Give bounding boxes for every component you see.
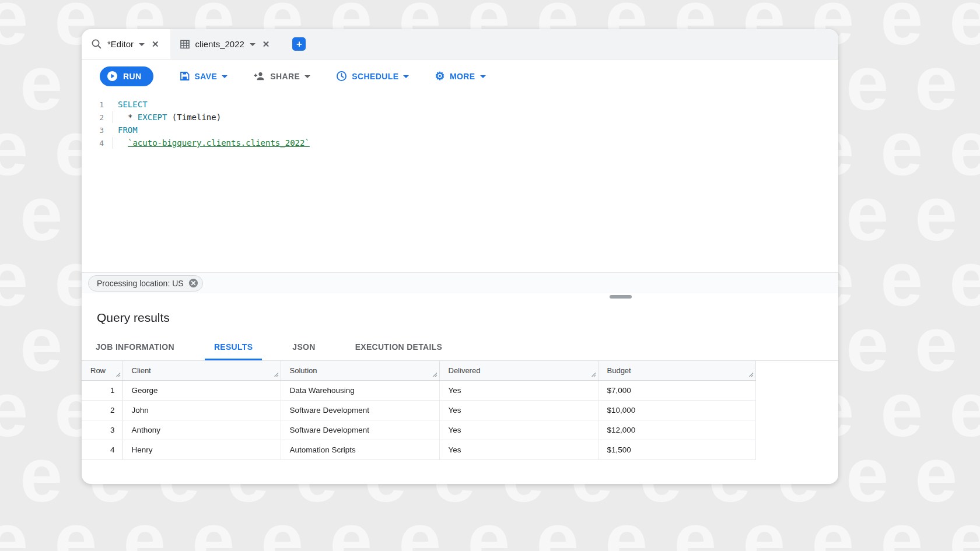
client-cell: John	[123, 400, 281, 420]
add-tab-button[interactable]: +	[292, 37, 306, 51]
sql-keyword: SELECT	[118, 100, 148, 109]
line-number: 3	[82, 126, 118, 135]
solution-cell: Data Warehousing	[281, 380, 439, 400]
column-resize-grip[interactable]	[272, 370, 279, 379]
save-button-label: SAVE	[195, 72, 218, 81]
chevron-down-icon	[222, 75, 228, 78]
results-tab-bar: JOB INFORMATION RESULTS JSON EXECUTION D…	[82, 339, 838, 361]
budget-cell: $1,500	[598, 440, 755, 459]
panel-drag-handle[interactable]	[610, 295, 632, 299]
budget-cell: $10,000	[598, 400, 755, 420]
watermark-letter: e	[0, 496, 28, 551]
row-number-cell: 2	[82, 400, 123, 420]
share-button[interactable]: SHARE	[253, 71, 310, 82]
client-cell: George	[123, 380, 281, 400]
code-line: 1 SELECT	[82, 98, 838, 111]
watermark-letter: e	[398, 496, 441, 551]
watermark-letter: e	[949, 496, 980, 551]
column-resize-grip[interactable]	[747, 370, 754, 379]
results-table: Row Client Solution Delivered Budget 1 G…	[82, 361, 756, 460]
sql-keyword: FROM	[118, 125, 138, 135]
column-resize-grip[interactable]	[431, 370, 438, 379]
bigquery-editor-window: *Editor ✕ clients_2022 ✕ + RUN SAVE	[82, 29, 838, 484]
table-header-row: Row Client Solution Delivered Budget	[82, 361, 755, 380]
code-line: 3 FROM	[82, 124, 838, 136]
code-line: 4 `acuto-bigquery.clients.clients_2022`	[82, 136, 838, 149]
close-circle-icon[interactable]	[188, 278, 198, 288]
row-number-cell: 4	[82, 440, 123, 459]
tab-execution-details[interactable]: EXECUTION DETAILS	[346, 339, 452, 360]
delivered-cell: Yes	[439, 380, 598, 400]
watermark-letter: e	[536, 496, 579, 551]
delivered-cell: Yes	[439, 400, 598, 420]
client-cell: Henry	[123, 440, 281, 459]
watermark-letter: e	[743, 496, 785, 551]
run-button[interactable]: RUN	[100, 66, 153, 86]
watermark-letter: e	[811, 496, 854, 551]
column-header-delivered: Delivered	[439, 361, 598, 380]
query-results-title: Query results	[82, 301, 838, 339]
column-header-budget: Budget	[598, 361, 755, 380]
watermark-letter: e	[192, 496, 235, 551]
column-resize-grip[interactable]	[114, 370, 121, 379]
play-circle-icon	[107, 71, 118, 82]
tab-json[interactable]: JSON	[283, 339, 324, 360]
chevron-down-icon[interactable]	[250, 43, 256, 46]
clock-icon	[336, 71, 347, 82]
watermark-letter: e	[674, 496, 716, 551]
chevron-down-icon	[403, 75, 409, 78]
query-results-panel: Query results JOB INFORMATION RESULTS JS…	[82, 301, 838, 460]
watermark-letter: e	[330, 496, 372, 551]
table-row[interactable]: 4 Henry Automation Scripts Yes $1,500	[82, 440, 755, 459]
chevron-down-icon	[480, 75, 486, 78]
table-row[interactable]: 3 Anthony Software Development Yes $12,0…	[82, 420, 755, 440]
save-button[interactable]: SAVE	[179, 71, 228, 82]
close-icon[interactable]: ✕	[150, 38, 161, 51]
line-number: 1	[82, 100, 118, 109]
row-number-cell: 3	[82, 420, 123, 440]
column-resize-grip[interactable]	[590, 370, 596, 379]
sql-text: *	[128, 113, 138, 122]
query-toolbar: RUN SAVE SHARE SCHEDULE ⚙ MORE	[82, 59, 838, 93]
chevron-down-icon[interactable]	[139, 43, 145, 46]
more-button[interactable]: ⚙ MORE	[435, 71, 485, 82]
sql-table-reference[interactable]: `acuto-bigquery.clients.clients_2022`	[128, 138, 310, 148]
sql-keyword: EXCEPT	[138, 113, 167, 122]
table-row[interactable]: 2 John Software Development Yes $10,000	[82, 400, 755, 420]
watermark-letter: e	[605, 496, 648, 551]
watermark-letter: e	[123, 496, 166, 551]
tab-editor-label: *Editor	[107, 39, 134, 49]
table-grid-icon	[180, 39, 190, 50]
status-bar: Processing location: US	[82, 272, 838, 293]
schedule-button[interactable]: SCHEDULE	[336, 71, 409, 82]
tab-clients-2022-label: clients_2022	[195, 39, 244, 49]
watermark-letter: e	[54, 496, 97, 551]
tab-editor[interactable]: *Editor ✕	[82, 29, 170, 59]
column-header-client: Client	[123, 361, 281, 380]
column-header-solution: Solution	[281, 361, 439, 380]
save-icon	[179, 71, 190, 82]
sql-code-editor[interactable]: 1 SELECT 2 * EXCEPT (Timeline) 3 FROM 4 …	[82, 93, 838, 272]
schedule-button-label: SCHEDULE	[352, 72, 398, 81]
table-row[interactable]: 1 George Data Warehousing Yes $7,000	[82, 380, 755, 400]
watermark-letter: e	[261, 496, 303, 551]
processing-location-label: Processing location: US	[97, 279, 184, 288]
processing-location-chip[interactable]: Processing location: US	[88, 275, 203, 292]
run-button-label: RUN	[123, 72, 142, 81]
chevron-down-icon	[304, 75, 310, 78]
share-button-label: SHARE	[270, 72, 300, 81]
column-header-row: Row	[82, 361, 123, 380]
tab-job-information[interactable]: JOB INFORMATION	[86, 339, 184, 360]
budget-cell: $7,000	[598, 380, 755, 400]
solution-cell: Automation Scripts	[281, 440, 439, 459]
watermark-letter: e	[467, 496, 510, 551]
gear-icon: ⚙	[435, 71, 444, 82]
tab-results[interactable]: RESULTS	[205, 339, 262, 360]
panel-resize-strip	[82, 293, 838, 301]
code-line: 2 * EXCEPT (Timeline)	[82, 111, 838, 124]
close-icon[interactable]: ✕	[261, 38, 272, 51]
tab-clients-2022[interactable]: clients_2022 ✕	[170, 29, 281, 59]
delivered-cell: Yes	[439, 420, 598, 440]
solution-cell: Software Development	[281, 420, 439, 440]
query-magnifier-icon	[91, 38, 102, 50]
